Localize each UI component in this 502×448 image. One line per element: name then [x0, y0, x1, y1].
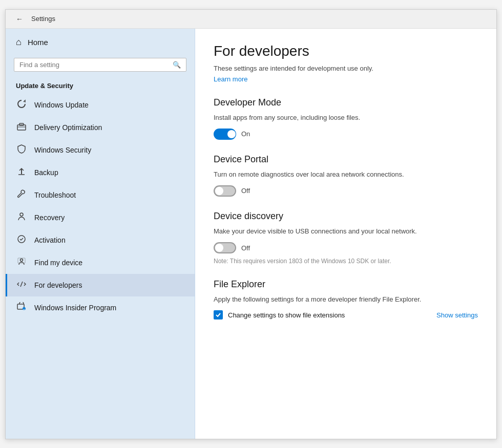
checkbox-checked-icon-file-extensions: [214, 310, 223, 319]
toggle-track-developer-mode: [214, 129, 236, 140]
sidebar-item-delivery-optimization[interactable]: Delivery Optimization: [6, 116, 195, 139]
content-area: ⌂ Home 🔍 Update & Security Windows Updat…: [6, 29, 496, 439]
section-note-device-discovery: Note: This requires version 1803 of the …: [214, 258, 478, 265]
sidebar-item-recovery[interactable]: Recovery: [6, 206, 195, 229]
toggle-device-discovery[interactable]: [214, 242, 236, 253]
delivery-optimization-icon: [16, 122, 27, 133]
show-settings-link-file-extensions[interactable]: Show settings: [436, 311, 478, 319]
sidebar-home-label: Home: [28, 38, 48, 47]
section-desc-device-portal: Turn on remote diagnostics over local ar…: [214, 170, 478, 179]
sidebar-item-label-troubleshoot: Troubleshoot: [34, 191, 76, 199]
back-button[interactable]: ←: [13, 14, 26, 24]
toggle-label-device-portal: Off: [241, 187, 250, 195]
svg-text:W: W: [23, 308, 26, 311]
toggle-track-device-discovery: [214, 242, 236, 253]
svg-point-5: [20, 213, 23, 216]
settings-window: ← Settings ⌂ Home 🔍 Update & Security Wi…: [5, 9, 497, 439]
sidebar-item-label-find-my-device: Find my device: [34, 259, 82, 267]
search-input[interactable]: [19, 61, 173, 69]
sections-container: Developer ModeInstall apps from any sour…: [214, 97, 478, 320]
toggle-label-developer-mode: On: [241, 130, 250, 138]
sidebar-item-windows-security[interactable]: Windows Security: [6, 139, 195, 161]
sidebar-item-label-activation: Activation: [34, 236, 66, 244]
sidebar-item-home[interactable]: ⌂ Home: [6, 29, 195, 56]
sidebar-item-label-for-developers: For developers: [34, 281, 82, 289]
toggle-row-developer-mode: On: [214, 129, 478, 140]
checkbox-row-file-extensions[interactable]: Change settings to show file extensionsS…: [214, 310, 478, 319]
window-title: Settings: [31, 15, 55, 23]
sidebar-item-label-windows-insider: Windows Insider Program: [34, 304, 116, 312]
recovery-icon: [16, 212, 27, 223]
toggle-device-portal[interactable]: [214, 185, 236, 197]
toggle-label-device-discovery: Off: [241, 244, 250, 252]
checkbox-label-file-extensions: Change settings to show file extensions: [228, 311, 431, 319]
sidebar-item-troubleshoot[interactable]: Troubleshoot: [6, 184, 195, 206]
windows-insider-icon: W: [16, 302, 27, 313]
toggle-track-device-portal: [214, 185, 236, 197]
section-title-developer-mode: Developer Mode: [214, 97, 478, 108]
svg-rect-1: [19, 123, 24, 125]
for-developers-icon: [16, 280, 27, 291]
toggle-thumb-developer-mode: [227, 130, 236, 138]
search-bar: 🔍: [14, 58, 186, 72]
search-icon: 🔍: [173, 61, 181, 69]
home-icon: ⌂: [16, 37, 22, 48]
section-device-discovery: Device discoveryMake your device visible…: [214, 211, 478, 265]
page-subtitle: These settings are intended for developm…: [214, 65, 478, 72]
svg-line-9: [20, 282, 23, 287]
sidebar-item-label-windows-update: Windows Update: [34, 101, 89, 109]
windows-update-icon: [16, 99, 27, 111]
toggle-thumb-device-portal: [215, 187, 223, 195]
sidebar-item-label-windows-security: Windows Security: [34, 146, 91, 154]
toggle-thumb-device-discovery: [215, 244, 223, 252]
sidebar-item-label-backup: Backup: [34, 168, 58, 177]
learn-more-link[interactable]: Learn more: [214, 75, 247, 83]
section-desc-file-explorer: Apply the following settings for a more …: [214, 295, 478, 304]
sidebar-section-title: Update & Security: [6, 78, 195, 94]
sidebar-item-backup[interactable]: Backup: [6, 161, 195, 184]
sidebar-item-windows-insider[interactable]: WWindows Insider Program: [6, 296, 195, 319]
section-desc-developer-mode: Install apps from any source, including …: [214, 113, 478, 122]
sidebar-item-label-delivery-optimization: Delivery Optimization: [34, 123, 102, 132]
main-content: For developers These settings are intend…: [195, 29, 496, 439]
backup-icon: [16, 167, 27, 178]
section-title-file-explorer: File Explorer: [214, 279, 478, 290]
toggle-developer-mode[interactable]: [214, 129, 236, 140]
sidebar: ⌂ Home 🔍 Update & Security Windows Updat…: [6, 29, 195, 439]
section-desc-device-discovery: Make your device visible to USB connecti…: [214, 227, 478, 236]
title-bar: ← Settings: [6, 10, 496, 29]
sidebar-item-label-recovery: Recovery: [34, 214, 65, 222]
sidebar-item-windows-update[interactable]: Windows Update: [6, 94, 195, 116]
section-title-device-portal: Device Portal: [214, 154, 478, 165]
sidebar-item-find-my-device[interactable]: Find my device: [6, 251, 195, 274]
page-title: For developers: [214, 43, 478, 59]
activation-icon: [16, 234, 27, 246]
section-device-portal: Device PortalTurn on remote diagnostics …: [214, 154, 478, 197]
toggle-row-device-portal: Off: [214, 185, 478, 197]
section-file-explorer: File ExplorerApply the following setting…: [214, 279, 478, 319]
toggle-row-device-discovery: Off: [214, 242, 478, 253]
sidebar-item-activation[interactable]: Activation: [6, 229, 195, 251]
windows-security-icon: [16, 144, 27, 156]
section-title-device-discovery: Device discovery: [214, 211, 478, 222]
find-my-device-icon: [16, 257, 27, 268]
troubleshoot-icon: [16, 189, 27, 201]
sidebar-item-for-developers[interactable]: For developers: [6, 274, 195, 296]
sidebar-items-container: Windows UpdateDelivery OptimizationWindo…: [6, 94, 195, 319]
section-developer-mode: Developer ModeInstall apps from any sour…: [214, 97, 478, 140]
svg-point-7: [20, 259, 23, 261]
